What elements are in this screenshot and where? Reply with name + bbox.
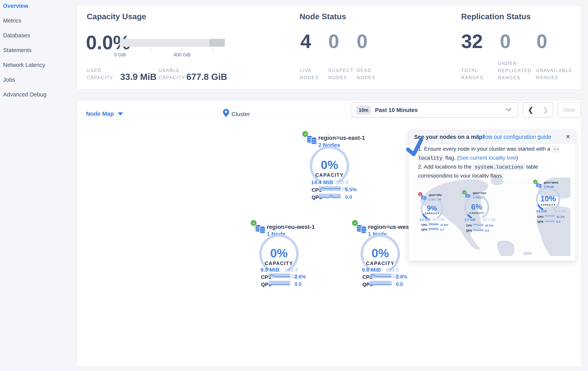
capacity-gauge-label: CAPACITY xyxy=(420,212,444,215)
chevron-down-icon[interactable] xyxy=(118,112,123,115)
step-number: 2. xyxy=(418,164,422,170)
capacity-tick-label-0: 0 GiB xyxy=(111,52,129,58)
configuration-guide-link[interactable]: Follow our configuration guide xyxy=(476,134,551,140)
live-nodes-value: 4 xyxy=(300,31,311,51)
cpu-value: 42.5% xyxy=(485,224,493,227)
sidebar-item-metrics[interactable]: Metrics xyxy=(3,18,21,24)
sidebar: Overview Metrics Databases Statements Ne… xyxy=(0,0,76,371)
capacity-percent: 6% xyxy=(465,203,488,211)
sidebar-item-overview[interactable]: Overview xyxy=(3,3,28,9)
code-chip: system.locations xyxy=(473,164,525,171)
qps-value: 0.0 xyxy=(485,229,489,232)
cpu-value: 5.5% xyxy=(345,187,357,193)
node-status-title: Node Status xyxy=(300,12,346,21)
capacity-percent: 0% xyxy=(361,246,400,260)
time-window-badge: 10m xyxy=(356,106,371,114)
sidebar-item-jobs[interactable]: Jobs xyxy=(3,77,15,83)
sidebar-item-advanced-debug[interactable]: Advanced Debug xyxy=(3,91,46,98)
view-selector-dropdown[interactable]: Node Map xyxy=(86,110,114,117)
usable-capacity: 35.1 GiB xyxy=(431,218,444,221)
capacity-bar-tick xyxy=(151,48,151,51)
qps-label: QPS xyxy=(421,228,427,231)
step-text: flag. ( xyxy=(444,155,459,161)
capacity-gauge-label: CAPACITY xyxy=(361,261,400,266)
sidebar-item-databases[interactable]: Databases xyxy=(3,32,30,39)
capacity-percent: 10% xyxy=(536,195,560,203)
capacity-gauge-label: CAPACITY xyxy=(310,172,349,178)
capacity-percent: 0% xyxy=(310,158,349,172)
qps-sparkline xyxy=(268,281,290,285)
step-text: Add locations to the xyxy=(424,164,473,170)
qps-sparkline xyxy=(319,194,341,198)
qps-value: 0.0 xyxy=(345,194,352,200)
used-capacity: 3.2 GiB xyxy=(420,218,430,221)
breadcrumb[interactable]: Cluster xyxy=(231,111,250,117)
dead-nodes-label: DEAD NODES xyxy=(357,67,386,81)
capacity-bar-tick xyxy=(213,48,213,51)
capacity-bar-tick xyxy=(120,48,120,51)
cpu-value: 12.3% xyxy=(556,215,565,218)
capacity-tick-label-400: 400 GiB xyxy=(171,52,193,58)
locality-tree-link[interactable]: See current locality tree xyxy=(459,155,516,161)
cpu-value: 11.0% xyxy=(440,223,448,227)
suspect-nodes-label: SUSPECT NODES xyxy=(328,67,360,81)
cpu-label: CPU xyxy=(421,223,427,227)
unavailable-ranges-value: 0 xyxy=(536,31,547,51)
capacity-usage-title: Capacity Usage xyxy=(87,12,146,21)
live-nodes-label: LIVE NODES xyxy=(300,67,329,81)
capacity-gauge-label: CAPACITY xyxy=(465,212,488,215)
usable-capacity: 65.7 GiB xyxy=(479,218,495,222)
total-ranges-label: TOTAL RANGES xyxy=(461,67,495,81)
qps-label: QPS xyxy=(537,220,544,223)
cpu-sparkline xyxy=(319,186,341,191)
usable-capacity: 34.4 GiB xyxy=(549,210,566,213)
used-capacity: 3.7 GiB xyxy=(465,218,475,222)
now-button[interactable]: Now xyxy=(557,102,581,117)
node-map-setup-popup: See your nodes on a map! Follow our conf… xyxy=(409,130,576,261)
qps-value: 0.0 xyxy=(294,281,302,287)
close-icon[interactable]: ✕ xyxy=(566,133,570,140)
capacity-percent: 0% xyxy=(260,246,298,260)
time-next-button[interactable]: ❯ xyxy=(538,103,553,117)
database-stack-icon xyxy=(306,134,318,146)
time-window-stepper: ❮ ❯ xyxy=(523,102,553,117)
cpu-sparkline xyxy=(370,273,391,278)
cpu-sparkline xyxy=(473,224,483,226)
time-prev-button[interactable]: ❮ xyxy=(523,103,538,117)
capacity-bar-tick xyxy=(182,48,182,51)
qps-sparkline xyxy=(370,281,391,285)
under-replicated-ranges-label: UNDER-REPLICATED RANGES xyxy=(498,60,540,82)
step-text: ) xyxy=(516,155,518,161)
used-capacity: 3.6 GiB xyxy=(536,210,547,213)
map-pin-icon xyxy=(223,109,229,117)
sidebar-item-network-latency[interactable]: Network Latency xyxy=(3,62,45,68)
capacity-percent: 9% xyxy=(420,204,444,213)
capacity-gauge-label: CAPACITY xyxy=(536,204,560,206)
cpu-sparkline xyxy=(545,215,555,217)
suspect-nodes-value: 0 xyxy=(328,31,339,51)
time-window-label: Past 10 Minutes xyxy=(375,107,418,113)
setup-step-1: 1. Ensure every node in your cluster was… xyxy=(418,145,571,163)
sidebar-item-statements[interactable]: Statements xyxy=(3,47,32,53)
total-ranges-value: 32 xyxy=(461,31,483,51)
capacity-gauge-label: CAPACITY xyxy=(260,261,298,266)
used-capacity-value: 33.9 MiB xyxy=(120,72,157,82)
capacity-bar xyxy=(120,39,225,47)
qps-value: 0.0 xyxy=(556,220,560,223)
database-stack-icon xyxy=(356,223,368,235)
database-stack-icon xyxy=(254,223,267,235)
dead-nodes-value: 0 xyxy=(357,31,368,51)
capacity-bar-reserved-segment xyxy=(209,39,225,47)
cpu-label: CPU xyxy=(537,215,544,218)
cpu-sparkline xyxy=(268,273,290,278)
unavailable-ranges-label: UNAVAILABLE RANGES xyxy=(536,67,581,81)
popup-title: See your nodes on a map! xyxy=(414,134,484,140)
locality-name: region=us-east-1 xyxy=(318,134,365,141)
popup-header: See your nodes on a map! Follow our conf… xyxy=(409,130,576,144)
time-window-selector[interactable]: 10m Past 10 Minutes xyxy=(352,102,518,117)
chevron-down-icon xyxy=(506,108,511,112)
qps-value: 0.0 xyxy=(396,281,403,287)
used-capacity-label: USED CAPACITY xyxy=(87,67,120,81)
step-text: Ensure every node in your cluster was st… xyxy=(424,146,552,152)
qps-sparkline xyxy=(473,229,483,231)
